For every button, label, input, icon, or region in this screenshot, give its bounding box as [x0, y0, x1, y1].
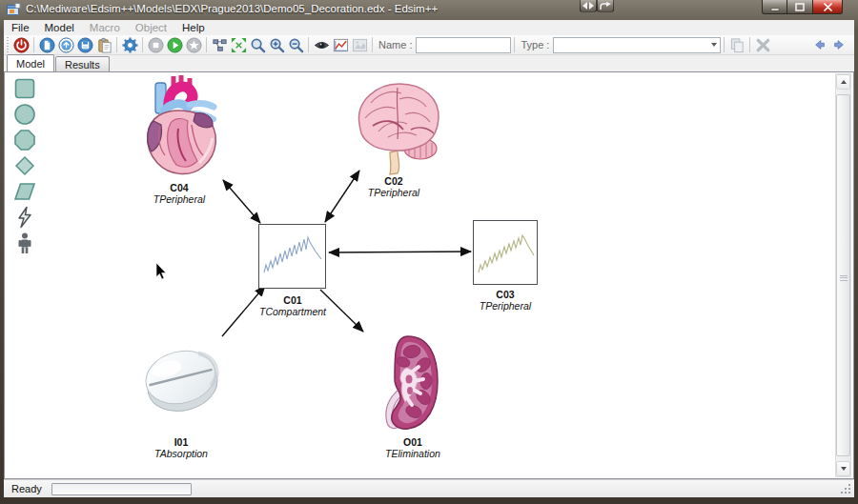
app-window: C:\Mediware\Edsim++\Models\EDX\Prague201…: [0, 0, 858, 504]
tool-lightning[interactable]: [12, 205, 37, 229]
node-c04-label: C04 TPeripheral: [136, 182, 222, 205]
title-bar[interactable]: C:\Mediware\Edsim++\Models\EDX\Prague201…: [0, 0, 858, 20]
menu-macro[interactable]: Macro: [82, 20, 128, 35]
triangle-up-icon: [841, 80, 847, 84]
node-c01[interactable]: [258, 224, 326, 289]
close-button[interactable]: [812, 0, 843, 14]
image-icon[interactable]: [351, 36, 368, 53]
zoom-icon[interactable]: [249, 36, 266, 53]
dock-switch-button[interactable]: [580, 0, 597, 12]
close-icon: [823, 3, 833, 11]
resize-grip[interactable]: [839, 482, 852, 495]
tool-circle[interactable]: [12, 102, 37, 126]
menu-file[interactable]: File: [4, 20, 37, 35]
delete-icon[interactable]: [754, 36, 771, 53]
tool-parallelogram[interactable]: [12, 179, 37, 203]
node-c03-label: C03 TPeripheral: [469, 289, 541, 312]
save-model-icon[interactable]: [76, 36, 93, 53]
node-o01-label: O01 TElimination: [370, 436, 456, 459]
favorite-icon[interactable]: [185, 36, 202, 53]
open-model-icon[interactable]: [57, 36, 74, 53]
menu-help[interactable]: Help: [174, 20, 213, 35]
zoom-in-icon[interactable]: [268, 36, 285, 53]
type-label: Type :: [521, 39, 549, 50]
node-c03[interactable]: [473, 220, 538, 285]
eye-icon[interactable]: [313, 36, 330, 53]
pill-icon: [141, 341, 221, 417]
heart-icon: [136, 73, 224, 180]
gear-icon[interactable]: [121, 36, 138, 53]
fit-screen-icon[interactable]: [230, 36, 247, 53]
curved-arrow-icon: [600, 2, 611, 10]
name-label: Name :: [378, 39, 412, 50]
mouse-cursor: [155, 263, 167, 280]
model-canvas[interactable]: C04 TPeripheral C02 TPeripheral: [4, 71, 854, 479]
tool-person[interactable]: [12, 231, 37, 254]
triangle-down-icon: [841, 467, 847, 471]
stop-icon[interactable]: [147, 36, 164, 53]
node-c02[interactable]: [350, 76, 447, 175]
layout-nodes-icon[interactable]: [211, 36, 228, 53]
scroll-up-button[interactable]: [836, 74, 850, 90]
redo-dock-button[interactable]: [597, 0, 614, 12]
status-text: Ready: [11, 483, 42, 494]
paste-icon[interactable]: [95, 36, 112, 53]
type-dropdown[interactable]: [553, 37, 721, 53]
tool-octagon[interactable]: [12, 128, 37, 151]
node-o01[interactable]: [374, 333, 440, 434]
kidney-icon: [374, 333, 440, 434]
canvas-vertical-scrollbar[interactable]: [835, 73, 851, 477]
chevron-down-icon: [711, 43, 717, 47]
zoom-out-icon[interactable]: [287, 36, 304, 53]
progress-bar: [51, 483, 192, 495]
node-c02-label: C02 TPeripheral: [351, 175, 437, 198]
tab-model[interactable]: Model: [7, 54, 54, 71]
maximize-button[interactable]: [787, 0, 812, 14]
node-i01[interactable]: [141, 341, 221, 417]
menu-model[interactable]: Model: [37, 20, 82, 35]
name-input[interactable]: [416, 37, 511, 53]
menu-object[interactable]: Object: [128, 20, 174, 35]
scrollbar-grip: [840, 275, 848, 281]
status-bar: Ready: [4, 479, 854, 497]
nav-left-icon[interactable]: [811, 36, 828, 53]
node-c04[interactable]: [136, 73, 224, 180]
connection-c01-c03[interactable]: [329, 252, 471, 252]
toolbar: Name : Type :: [4, 35, 854, 55]
tool-diamond[interactable]: [12, 153, 37, 177]
window-title: C:\Mediware\Edsim++\Models\EDX\Prague201…: [26, 3, 772, 14]
node-c01-label: C01 TCompartment: [255, 294, 331, 317]
maximize-icon: [795, 3, 805, 11]
copy-icon[interactable]: [728, 36, 746, 53]
tool-rounded-square[interactable]: [12, 76, 37, 100]
scrollbar-thumb[interactable]: [836, 94, 850, 456]
shape-palette: [10, 76, 39, 256]
concentration-curve-icon: [474, 221, 537, 284]
minimize-button[interactable]: [762, 0, 787, 14]
menu-bar: File Model Macro Object Help: [4, 20, 854, 35]
minimize-icon: [770, 3, 780, 11]
power-icon[interactable]: [12, 36, 30, 53]
concentration-curve-icon: [259, 225, 325, 288]
node-i01-label: I01 TAbsorption: [138, 436, 224, 459]
scroll-down-button[interactable]: [836, 461, 850, 476]
app-icon: [7, 3, 21, 16]
tab-results[interactable]: Results: [55, 56, 110, 71]
new-model-icon[interactable]: [38, 36, 55, 53]
chart-icon[interactable]: [332, 36, 349, 53]
brain-icon: [350, 76, 447, 175]
left-right-arrows-icon: [582, 2, 594, 10]
connection-c04-c01[interactable]: [223, 180, 260, 223]
nav-right-icon[interactable]: [830, 36, 848, 53]
toolbar-grip[interactable]: [6, 37, 10, 52]
run-icon[interactable]: [166, 36, 183, 53]
tab-strip: Model Results: [4, 55, 854, 71]
